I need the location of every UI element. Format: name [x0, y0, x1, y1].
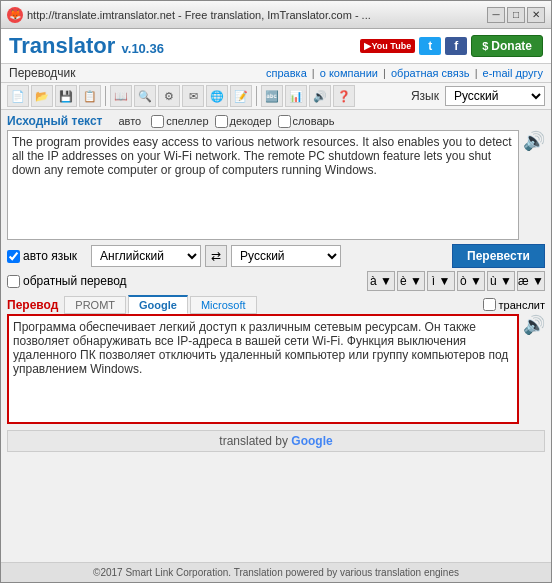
from-lang-select[interactable]: Английский Русский Deutsch	[91, 245, 201, 267]
char-btn-u[interactable]: ù ▼	[487, 271, 515, 291]
twitter-icon: t	[428, 39, 432, 53]
toolbar-btn-4[interactable]: 📋	[79, 85, 101, 107]
source-options: авто спеллер декодер словарь	[118, 115, 334, 128]
social-icons: ▶ You Tube t f Donate	[360, 35, 543, 57]
decoder-label: декодер	[230, 115, 272, 127]
source-textarea[interactable]: The program provides easy access to vari…	[7, 130, 519, 240]
auto-label: авто	[118, 115, 141, 127]
sep1: |	[312, 67, 318, 79]
toolbar-btn-6[interactable]: 🔍	[134, 85, 156, 107]
lang-pair: Английский Русский Deutsch ⇄ Русский Анг…	[91, 245, 341, 267]
footer-text: ©2017 Smart Link Corporation. Translatio…	[93, 567, 459, 578]
speller-label: спеллер	[166, 115, 208, 127]
translation-section: Перевод PROMT Google Microsoft транслит …	[7, 295, 545, 424]
sep3: |	[475, 67, 481, 79]
lang-control-section: авто язык Английский Русский Deutsch ⇄ Р…	[7, 244, 545, 291]
toolbar-btn-2[interactable]: 📂	[31, 85, 53, 107]
toolbar-btn-1[interactable]: 📄	[7, 85, 29, 107]
swap-langs-button[interactable]: ⇄	[205, 245, 227, 267]
translate-button[interactable]: Перевести	[452, 244, 545, 268]
source-row: The program provides easy access to vari…	[7, 130, 545, 240]
email-link[interactable]: e-mail другу	[483, 67, 543, 79]
char-buttons: à ▼ è ▼ ì ▼ ò ▼ ù ▼ æ ▼	[367, 271, 545, 291]
auto-lang-option[interactable]: авто язык	[7, 249, 77, 263]
toolbar-btn-11[interactable]: 🔤	[261, 85, 283, 107]
app-logo: Translator v.10.36	[9, 33, 164, 58]
char-btn-o[interactable]: ò ▼	[457, 271, 485, 291]
lang-label: Язык	[411, 89, 439, 103]
dictionary-option[interactable]: словарь	[278, 115, 335, 128]
app-header: Translator v.10.36 ▶ You Tube t f Donate	[1, 29, 551, 64]
tab-google[interactable]: Google	[128, 295, 188, 314]
char-btn-a[interactable]: à ▼	[367, 271, 395, 291]
toolbar-btn-13[interactable]: 🔊	[309, 85, 331, 107]
toolbar-btn-3[interactable]: 💾	[55, 85, 77, 107]
translation-title: Перевод	[7, 298, 58, 312]
main-window: 🦊 http://translate.imtranslator.net - Fr…	[0, 0, 552, 583]
auto-lang-label: авто язык	[23, 249, 77, 263]
toolbar-btn-8[interactable]: ✉	[182, 85, 204, 107]
back-translation-row: обратный перевод à ▼ è ▼ ì ▼ ò ▼ ù ▼ æ ▼	[7, 271, 545, 291]
toolbar-btn-9[interactable]: 🌐	[206, 85, 228, 107]
to-lang-select[interactable]: Русский Английский Deutsch	[231, 245, 341, 267]
decoder-checkbox[interactable]	[215, 115, 228, 128]
transliteration-checkbox[interactable]	[483, 298, 496, 311]
translated-by-prefix: translated by	[219, 434, 288, 448]
toolbar: 📄 📂 💾 📋 📖 🔍 ⚙ ✉ 🌐 📝 🔤 📊 🔊 ❓ Язык Русский…	[1, 83, 551, 110]
youtube-label: You Tube	[372, 41, 412, 51]
char-btn-e[interactable]: è ▼	[397, 271, 425, 291]
source-speaker-icon[interactable]: 🔊	[523, 130, 545, 152]
toolbar-btn-12[interactable]: 📊	[285, 85, 307, 107]
about-link[interactable]: о компании	[320, 67, 378, 79]
twitter-button[interactable]: t	[419, 37, 441, 55]
maximize-button[interactable]: □	[507, 7, 525, 23]
char-btn-ae[interactable]: æ ▼	[517, 271, 545, 291]
translated-by-engine: Google	[291, 434, 332, 448]
speller-checkbox[interactable]	[151, 115, 164, 128]
auto-lang-checkbox[interactable]	[7, 250, 20, 263]
speller-option[interactable]: спеллер	[151, 115, 208, 128]
toolbar-btn-14[interactable]: ❓	[333, 85, 355, 107]
minimize-button[interactable]: ─	[487, 7, 505, 23]
translation-row: Программа обеспечивает легкий доступ к р…	[7, 314, 545, 424]
footer: ©2017 Smart Link Corporation. Translatio…	[1, 562, 551, 582]
toolbar-sep-1	[105, 86, 106, 106]
help-link[interactable]: справка	[266, 67, 307, 79]
toolbar-btn-7[interactable]: ⚙	[158, 85, 180, 107]
sep2: |	[383, 67, 389, 79]
source-header: Исходный текст авто спеллер декодер слов…	[7, 114, 545, 128]
reverse-checkbox[interactable]	[7, 275, 20, 288]
lang-dropdown[interactable]: Русский English Deutsch Français	[445, 86, 545, 106]
version-text: v.10.36	[122, 41, 164, 56]
header-right: ▶ You Tube t f Donate	[360, 35, 543, 57]
donate-label: Donate	[491, 39, 532, 53]
translation-textarea[interactable]: Программа обеспечивает легкий доступ к р…	[7, 314, 519, 424]
transliteration-option: транслит	[483, 298, 545, 311]
dictionary-checkbox[interactable]	[278, 115, 291, 128]
window-controls: ─ □ ✕	[487, 7, 545, 23]
titlebar: 🦊 http://translate.imtranslator.net - Fr…	[1, 1, 551, 29]
char-btn-i[interactable]: ì ▼	[427, 271, 455, 291]
reverse-label: обратный перевод	[23, 274, 127, 288]
toolbar-btn-5[interactable]: 📖	[110, 85, 132, 107]
navbar: Переводчик справка | о компании | обратн…	[1, 64, 551, 83]
main-content: Исходный текст авто спеллер декодер слов…	[1, 110, 551, 562]
translated-by-bar: translated by Google	[7, 430, 545, 452]
decoder-option[interactable]: декодер	[215, 115, 272, 128]
youtube-button[interactable]: ▶ You Tube	[360, 39, 416, 53]
feedback-link[interactable]: обратная связь	[391, 67, 470, 79]
toolbar-btn-10[interactable]: 📝	[230, 85, 252, 107]
facebook-button[interactable]: f	[445, 37, 467, 55]
tab-promt[interactable]: PROMT	[64, 296, 126, 314]
logo-area: Translator v.10.36	[9, 33, 164, 59]
trans-speaker-icon[interactable]: 🔊	[523, 314, 545, 336]
browser-icon: 🦊	[7, 7, 23, 23]
transliteration-label: транслит	[499, 299, 545, 311]
dictionary-label: словарь	[293, 115, 335, 127]
tab-microsoft[interactable]: Microsoft	[190, 296, 257, 314]
youtube-icon: ▶	[364, 41, 371, 51]
translation-header: Перевод PROMT Google Microsoft транслит	[7, 295, 545, 314]
donate-button[interactable]: Donate	[471, 35, 543, 57]
reverse-option[interactable]: обратный перевод	[7, 274, 127, 288]
close-button[interactable]: ✕	[527, 7, 545, 23]
